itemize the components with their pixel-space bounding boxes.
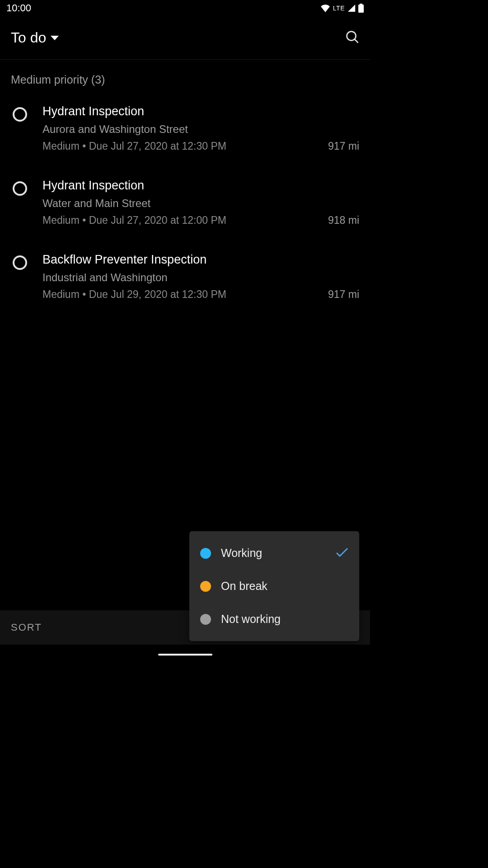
app-bar: To do xyxy=(0,16,370,60)
chevron-down-icon xyxy=(51,36,59,40)
status-option-label: Working xyxy=(221,547,326,560)
page-title: To do xyxy=(11,29,46,46)
task-title: Hydrant Inspection xyxy=(42,179,359,193)
check-icon xyxy=(336,547,348,559)
search-icon[interactable] xyxy=(346,30,359,46)
status-option-working[interactable]: Working xyxy=(189,537,359,570)
task-radio[interactable] xyxy=(13,255,27,270)
task-distance: 918 mi xyxy=(328,214,359,226)
section-header: Medium priority (3) xyxy=(0,60,370,89)
svg-rect-1 xyxy=(360,4,362,5)
svg-rect-0 xyxy=(358,5,364,13)
status-option-on-break[interactable]: On break xyxy=(189,570,359,603)
task-meta: Medium • Due Jul 29, 2020 at 12:30 PM xyxy=(42,288,226,301)
task-meta-row: Medium • Due Jul 29, 2020 at 12:30 PM 91… xyxy=(42,288,359,301)
status-option-not-working[interactable]: Not working xyxy=(189,603,359,636)
task-radio[interactable] xyxy=(13,181,27,196)
battery-icon xyxy=(358,4,364,13)
cell-signal-icon xyxy=(347,4,356,12)
task-item[interactable]: Backflow Preventer Inspection Industrial… xyxy=(0,237,370,311)
task-title: Hydrant Inspection xyxy=(42,104,359,118)
status-indicators: LTE xyxy=(320,4,364,13)
status-option-label: On break xyxy=(221,580,348,593)
task-list: Hydrant Inspection Aurora and Washington… xyxy=(0,89,370,311)
title-dropdown[interactable]: To do xyxy=(11,29,59,46)
task-meta-row: Medium • Due Jul 27, 2020 at 12:00 PM 91… xyxy=(42,214,359,226)
task-item[interactable]: Hydrant Inspection Aurora and Washington… xyxy=(0,89,370,163)
status-dot-icon xyxy=(200,614,211,625)
task-location: Water and Main Street xyxy=(42,197,359,210)
status-menu: Working On break Not working xyxy=(189,531,359,641)
task-meta: Medium • Due Jul 27, 2020 at 12:30 PM xyxy=(42,140,226,152)
status-bar: 10:00 LTE xyxy=(0,0,370,16)
task-location: Industrial and Washington xyxy=(42,271,359,284)
status-option-label: Not working xyxy=(221,613,348,626)
sort-button[interactable]: SORT xyxy=(11,622,42,633)
network-label: LTE xyxy=(333,5,345,12)
task-meta-row: Medium • Due Jul 27, 2020 at 12:30 PM 91… xyxy=(42,140,359,152)
wifi-icon xyxy=(320,4,330,12)
task-title: Backflow Preventer Inspection xyxy=(42,253,359,267)
task-location: Aurora and Washington Street xyxy=(42,123,359,136)
task-item[interactable]: Hydrant Inspection Water and Main Street… xyxy=(0,163,370,237)
nav-handle[interactable] xyxy=(158,654,212,656)
task-distance: 917 mi xyxy=(328,288,359,301)
task-body: Hydrant Inspection Water and Main Street… xyxy=(42,179,359,226)
task-body: Hydrant Inspection Aurora and Washington… xyxy=(42,104,359,152)
task-radio[interactable] xyxy=(13,107,27,122)
status-time: 10:00 xyxy=(6,2,31,14)
task-meta: Medium • Due Jul 27, 2020 at 12:00 PM xyxy=(42,214,226,226)
task-body: Backflow Preventer Inspection Industrial… xyxy=(42,253,359,301)
task-distance: 917 mi xyxy=(328,140,359,152)
status-dot-icon xyxy=(200,548,211,559)
status-dot-icon xyxy=(200,581,211,592)
